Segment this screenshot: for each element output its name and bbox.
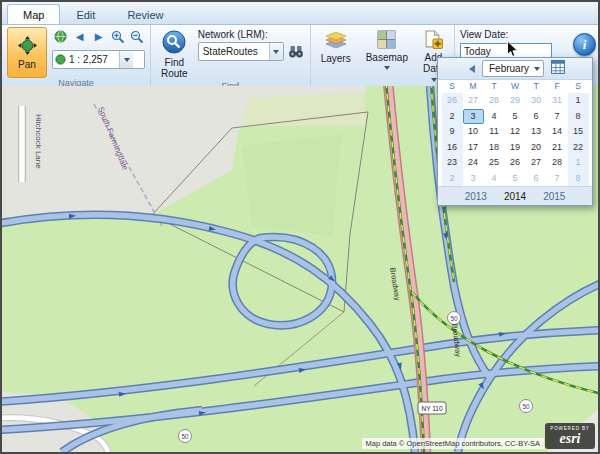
calendar-day[interactable]: 9: [442, 124, 463, 140]
tab-review[interactable]: Review: [111, 4, 179, 24]
calendar-day[interactable]: 27: [526, 155, 547, 171]
calendar-day[interactable]: 24: [463, 155, 484, 171]
calendar-day[interactable]: 10: [463, 124, 484, 140]
add-data-icon: [424, 30, 443, 52]
next-extent-button[interactable]: ▶: [90, 28, 107, 45]
calendar-day[interactable]: 2: [442, 109, 463, 125]
full-extent-button[interactable]: [52, 28, 69, 45]
basemap-icon: [377, 30, 396, 52]
calendar-day[interactable]: 4: [484, 109, 505, 125]
chevron-down-icon: [431, 78, 437, 85]
group-find: Find Route Network (LRM): StateRoutes: [151, 25, 311, 86]
pan-label: Pan: [18, 59, 36, 70]
find-route-button[interactable]: Find Route: [156, 27, 193, 81]
calendar-day[interactable]: 15: [568, 124, 589, 140]
layers-button[interactable]: Layers: [316, 27, 356, 65]
find-route-label-2: Route: [161, 68, 188, 80]
scale-dropdown-button[interactable]: [119, 51, 133, 68]
calendar-years: 2013 2014 2015: [438, 186, 592, 205]
calendar-day[interactable]: 5: [505, 171, 526, 187]
zoom-in-button[interactable]: [109, 28, 126, 45]
search-network-button[interactable]: [288, 43, 305, 60]
calendar-day[interactable]: 4: [484, 171, 505, 187]
scale-globe-icon: [53, 53, 67, 67]
month-dropdown[interactable]: February: [482, 60, 544, 77]
calendar-day[interactable]: 16: [442, 140, 463, 156]
calendar-day[interactable]: 14: [547, 124, 568, 140]
calendar-header: February: [438, 58, 592, 80]
calendar-weekday: T: [484, 80, 505, 93]
year-previous[interactable]: 2013: [465, 191, 487, 202]
calendar-day[interactable]: 8: [568, 109, 589, 125]
binoculars-icon: [288, 45, 304, 58]
calendar-day[interactable]: 11: [484, 124, 505, 140]
calendar-day[interactable]: 7: [547, 109, 568, 125]
calendar-day[interactable]: 23: [442, 155, 463, 171]
calendar-weekday: W: [505, 80, 526, 93]
calendar-day[interactable]: 21: [547, 140, 568, 156]
group-contents: Layers Basemap Add Data Conten: [311, 25, 455, 86]
network-dropdown-button[interactable]: [269, 43, 283, 60]
calendar-day[interactable]: 13: [526, 124, 547, 140]
find-route-label-1: Find: [165, 57, 184, 69]
month-label: February: [489, 63, 529, 74]
scale-combobox[interactable]: [52, 50, 145, 69]
calendar-day[interactable]: 5: [505, 109, 526, 125]
calendar-day[interactable]: 12: [505, 124, 526, 140]
calendar-day[interactable]: 30: [526, 93, 547, 109]
calendar-day[interactable]: 27: [463, 93, 484, 109]
calendar-day[interactable]: 22: [568, 140, 589, 156]
calendar-day[interactable]: 3: [463, 171, 484, 187]
calendar-day[interactable]: 26: [505, 155, 526, 171]
zoom-out-icon: [130, 30, 144, 44]
esri-wordmark: esri: [545, 432, 595, 446]
calendar-day[interactable]: 25: [484, 155, 505, 171]
layers-icon: [325, 30, 347, 53]
basemap-label: Basemap: [366, 52, 408, 64]
calendar-day[interactable]: 7: [547, 171, 568, 187]
basemap-button[interactable]: Basemap: [361, 27, 413, 74]
calendar-day[interactable]: 6: [526, 109, 547, 125]
esri-logo: POWERED BY esri: [545, 423, 595, 449]
info-button[interactable]: i: [573, 33, 596, 56]
calendar-weekday: F: [547, 80, 568, 93]
previous-extent-button[interactable]: ◀: [71, 28, 88, 45]
calendar-day[interactable]: 18: [484, 140, 505, 156]
calendar-grid-icon: [551, 60, 565, 74]
year-next[interactable]: 2015: [543, 191, 565, 202]
calendar-day[interactable]: 6: [526, 171, 547, 187]
group-navigate: Pan ◀ ▶: [2, 25, 151, 86]
tab-map[interactable]: Map: [7, 4, 60, 24]
zoom-out-button[interactable]: [128, 28, 145, 45]
calendar-day[interactable]: 8: [568, 171, 589, 187]
month-grid-button[interactable]: [551, 60, 565, 78]
year-current[interactable]: 2014: [504, 191, 526, 202]
calendar-day-selected[interactable]: 3: [463, 109, 484, 125]
scale-input[interactable]: [67, 54, 119, 65]
calendar-day[interactable]: 28: [484, 93, 505, 109]
calendar-day[interactable]: 2: [442, 171, 463, 187]
network-combobox[interactable]: StateRoutes: [198, 42, 284, 61]
calendar-weekday: S: [442, 80, 463, 93]
tab-edit[interactable]: Edit: [60, 4, 111, 24]
calendar-day[interactable]: 29: [505, 93, 526, 109]
calendar-day[interactable]: 1: [568, 93, 589, 109]
calendar-grid: 2627282930311234567891011121314151617181…: [438, 93, 592, 186]
previous-month-icon[interactable]: [465, 65, 475, 73]
chevron-down-icon: [384, 66, 390, 73]
app-window: Map Edit Review Pan ◀: [0, 0, 600, 454]
calendar-day[interactable]: 20: [526, 140, 547, 156]
back-arrow-icon: ◀: [76, 32, 84, 42]
calendar-day[interactable]: 31: [547, 93, 568, 109]
calendar-day[interactable]: 1: [568, 155, 589, 171]
calendar-popup: February SMTWTFS 26272829303112345678910…: [437, 57, 593, 206]
calendar-day[interactable]: 28: [547, 155, 568, 171]
calendar-day[interactable]: 26: [442, 93, 463, 109]
shield-circle-2: 50: [450, 315, 458, 322]
calendar-day[interactable]: 19: [505, 140, 526, 156]
calendar-weekday: T: [526, 80, 547, 93]
calendar-weekday: S: [568, 80, 589, 93]
pan-button[interactable]: Pan: [7, 27, 47, 78]
calendar-day[interactable]: 17: [463, 140, 484, 156]
shield-circle-1: 50: [181, 433, 189, 440]
